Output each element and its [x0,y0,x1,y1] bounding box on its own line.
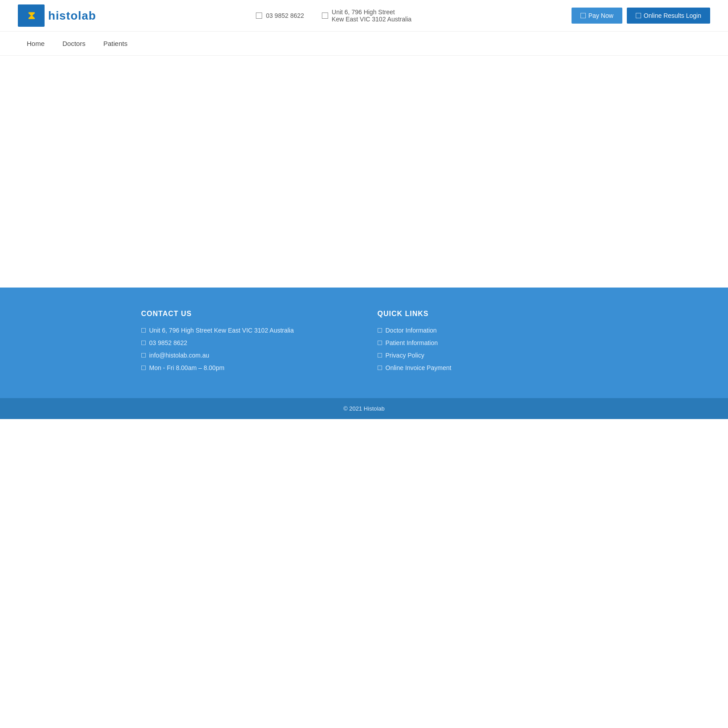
quicklink-patient-link[interactable]: Patient Information [386,339,438,346]
contact-address-icon [141,328,146,333]
quicklinks-list: Doctor Information Patient Information P… [378,327,587,371]
login-icon [636,13,641,18]
quicklink-privacy[interactable]: Privacy Policy [378,352,587,359]
main-nav: Home Doctors Patients [0,32,728,56]
quicklinks-heading: QUICK LINKS [378,310,587,318]
footer-quicklinks-col: QUICK LINKS Doctor Information Patient I… [378,310,587,371]
contact-phone: 03 9852 8622 [141,339,351,346]
footer-columns: CONTACT US Unit 6, 796 High Street Kew E… [141,310,587,371]
logo-text: histolab [48,9,96,23]
site-header: ⧗ histolab 03 9852 8622 Unit 6, 796 High… [0,0,728,32]
main-content [0,56,728,288]
quicklink-doctor[interactable]: Doctor Information [378,327,587,334]
contact-hours: Mon - Fri 8.00am – 8.00pm [141,364,351,371]
address-text: Unit 6, 796 High Street Kew East VIC 310… [332,8,411,23]
contact-hours-icon [141,366,146,370]
contact-email[interactable]: info@histolab.com.au [141,352,351,359]
quicklink-privacy-icon [378,353,382,358]
quicklink-patient-icon [378,341,382,345]
nav-home[interactable]: Home [18,32,53,55]
contact-heading: CONTACT US [141,310,351,318]
quicklink-patient[interactable]: Patient Information [378,339,587,346]
quicklink-invoice[interactable]: Online Invoice Payment [378,364,587,371]
nav-patients[interactable]: Patients [95,32,136,55]
footer-contact-col: CONTACT US Unit 6, 796 High Street Kew E… [141,310,351,371]
logo-h-icon: ⧗ [28,9,35,22]
quicklink-doctor-icon [378,328,382,333]
contact-address-text: Unit 6, 796 High Street Kew East VIC 310… [149,327,294,334]
phone-icon [256,12,262,19]
logo[interactable]: ⧗ histolab [18,4,96,27]
bottom-space [0,419,728,508]
contact-list: Unit 6, 796 High Street Kew East VIC 310… [141,327,351,371]
quicklink-privacy-link[interactable]: Privacy Policy [386,352,424,359]
contact-phone-icon [141,341,146,345]
pay-now-button[interactable]: Pay Now [572,8,622,24]
header-contact-info: 03 9852 8622 Unit 6, 796 High Street Kew… [256,8,411,23]
phone-contact: 03 9852 8622 [256,12,304,19]
site-footer: CONTACT US Unit 6, 796 High Street Kew E… [0,288,728,398]
contact-email-icon [141,353,146,358]
quicklink-doctor-link[interactable]: Doctor Information [386,327,437,334]
contact-phone-text: 03 9852 8622 [149,339,188,346]
header-buttons: Pay Now Online Results Login [572,8,710,24]
address-icon [322,12,328,19]
nav-doctors[interactable]: Doctors [53,32,95,55]
phone-number: 03 9852 8622 [266,12,304,19]
quicklink-invoice-icon [378,366,382,370]
contact-hours-text: Mon - Fri 8.00am – 8.00pm [149,364,225,371]
quicklink-invoice-link[interactable]: Online Invoice Payment [386,364,452,371]
contact-email-link[interactable]: info@histolab.com.au [149,352,210,359]
logo-icon-box: ⧗ [18,4,45,27]
copyright-bar: © 2021 Histolab [0,398,728,419]
online-results-login-button[interactable]: Online Results Login [627,8,710,24]
address-contact: Unit 6, 796 High Street Kew East VIC 310… [322,8,411,23]
copyright-text: © 2021 Histolab [343,405,385,412]
contact-address: Unit 6, 796 High Street Kew East VIC 310… [141,327,351,334]
pay-now-icon [580,13,586,18]
